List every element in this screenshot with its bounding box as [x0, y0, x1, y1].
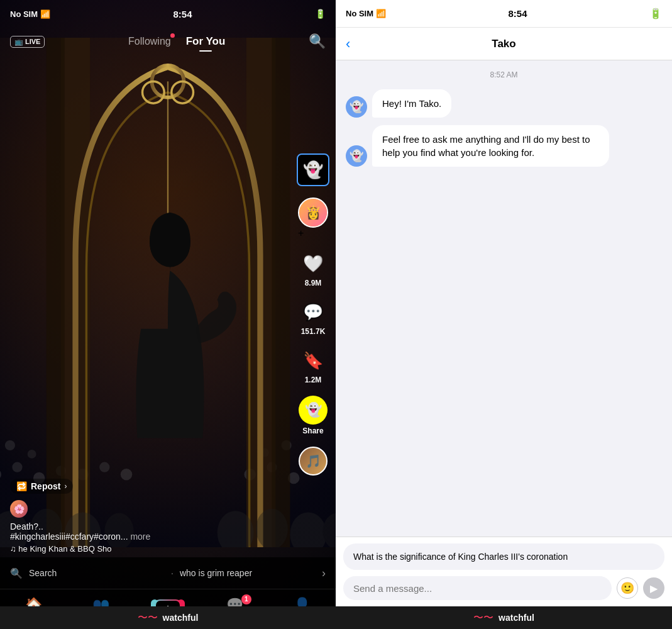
- watchful-text-left: watchful: [163, 613, 199, 623]
- inbox-badge: 1: [241, 594, 251, 604]
- chat-header: ‹ Tako: [336, 28, 672, 60]
- music-text: ♫ he King Khan & BBQ Sho: [10, 544, 112, 554]
- caption: Death?.. #kingcharlesiii#ccfary#coron...…: [10, 521, 292, 542]
- right-panel: No SIM 📶 8:54 🔋 ‹ Tako 8:52 AM 👻 Hey! I'…: [336, 0, 672, 629]
- svg-point-2: [12, 462, 22, 472]
- carrier-signal-right: No SIM 📶: [346, 9, 386, 18]
- input-row: 🙂 ▶: [343, 576, 664, 600]
- comment-icon: 💬: [300, 299, 326, 325]
- watchful-footer-right: 〜〜 watchful: [336, 606, 672, 629]
- bookmark-button[interactable]: 🔖 1.2M: [300, 347, 326, 384]
- comment-count: 151.7K: [301, 327, 326, 336]
- send-icon: ▶: [650, 582, 658, 594]
- nav-bar: 📺 LIVE Following For You 🔍: [0, 28, 336, 55]
- like-button[interactable]: 🤍 8.9M: [300, 250, 326, 287]
- chat-body: 8:52 AM 👻 Hey! I'm Tako. 👻 Feel free to …: [336, 60, 672, 537]
- author-avatar: 🌸: [10, 500, 28, 518]
- tab-for-you[interactable]: For You: [186, 35, 226, 48]
- right-actions: 👻 👸 + 🤍 8.9M 💬 151.7K 🔖 1.2M 👻: [297, 153, 329, 476]
- svg-point-6: [99, 462, 109, 472]
- emoji-button[interactable]: 🙂: [617, 577, 638, 599]
- repost-label: Repost: [31, 481, 60, 491]
- caption-more[interactable]: more: [130, 532, 150, 542]
- heart-icon: 🤍: [300, 250, 326, 277]
- music-line: ♫ he King Khan & BBQ Sho: [10, 544, 292, 554]
- tako-avatar-button[interactable]: 👻: [297, 153, 329, 186]
- carrier-text-left: No SIM: [10, 9, 38, 19]
- search-bar[interactable]: 🔍 Search · who is grim reaper ›: [0, 557, 336, 589]
- tab-following[interactable]: Following: [128, 36, 171, 47]
- search-query: who is grim reaper: [180, 568, 316, 578]
- time-left: 8:54: [174, 9, 192, 19]
- snapchat-icon: 👻: [299, 396, 328, 425]
- like-count: 8.9M: [305, 279, 322, 287]
- search-arrow: ›: [322, 567, 326, 580]
- repost-icon: 🔁: [16, 481, 27, 491]
- suggestion-text: What is the significance of King Charles…: [353, 552, 568, 562]
- message-timestamp: 8:52 AM: [346, 70, 662, 79]
- caption-text: Death?..: [10, 521, 43, 532]
- comment-button[interactable]: 💬 151.7K: [300, 299, 326, 336]
- carrier-signal-left: No SIM 📶: [10, 9, 50, 19]
- chat-title: Tako: [492, 38, 515, 50]
- search-dot: ·: [171, 568, 174, 578]
- search-icon-button[interactable]: 🔍: [309, 33, 326, 50]
- message-row-2: 👻 Feel free to ask me anything and I'll …: [346, 125, 662, 167]
- message-row-1: 👻 Hey! I'm Tako.: [346, 89, 662, 118]
- watchful-footer-left: 〜〜 watchful: [0, 606, 336, 629]
- battery-icon-left: 🔋: [315, 9, 326, 19]
- chat-input-area: What is the significance of King Charles…: [336, 537, 672, 606]
- status-icons-left: 🔋: [315, 9, 326, 19]
- battery-icon-right: 🔋: [649, 8, 662, 19]
- live-label: LIVE: [25, 38, 40, 45]
- suggestion-chip[interactable]: What is the significance of King Charles…: [343, 543, 664, 570]
- tab-group: Following For You: [128, 35, 225, 48]
- message-input[interactable]: [343, 576, 612, 600]
- creator-follow-area: 👸 +: [298, 198, 328, 239]
- svg-rect-20: [272, 38, 290, 547]
- bottom-content: 🔁 Repost › 🌸 Death?.. #kingcharlesiii#cc…: [10, 479, 292, 554]
- status-bar-right: No SIM 📶 8:54 🔋: [336, 0, 672, 28]
- tv-icon: 📺: [14, 38, 23, 46]
- repost-chevron: ›: [64, 482, 67, 491]
- time-right: 8:54: [509, 8, 527, 19]
- watchful-logo-left: 〜〜: [138, 611, 158, 625]
- send-button[interactable]: ▶: [643, 577, 664, 599]
- svg-point-12: [5, 440, 15, 450]
- bookmark-count: 1.2M: [305, 376, 322, 384]
- live-button[interactable]: 📺 LIVE: [10, 36, 45, 48]
- back-button[interactable]: ‹: [346, 36, 350, 52]
- search-label: Search: [29, 568, 165, 578]
- follow-button[interactable]: +: [298, 228, 328, 239]
- watchful-label-right: watchful: [498, 613, 534, 623]
- message-text-1: Hey! I'm Tako.: [382, 98, 441, 109]
- search-icon: 🔍: [10, 567, 23, 579]
- author-line: 🌸: [10, 500, 292, 518]
- message-bubble-1: Hey! I'm Tako.: [372, 89, 451, 118]
- status-icons-right: 🔋: [649, 8, 662, 19]
- wifi-icon-left: 📶: [40, 9, 50, 19]
- wifi-icon-right: 📶: [376, 9, 386, 18]
- svg-rect-18: [47, 38, 65, 547]
- creator-avatar[interactable]: 👸: [298, 198, 328, 228]
- message-bubble-2: Feel free to ask me anything and I'll do…: [372, 125, 609, 167]
- svg-point-13: [28, 450, 36, 459]
- tako-avatar-chat: 👻: [346, 96, 367, 118]
- left-panel: No SIM 📶 8:54 🔋 📺 LIVE Following For You…: [0, 0, 336, 629]
- status-bar-left: No SIM 📶 8:54 🔋: [0, 0, 336, 28]
- watchful-logo-icon: 〜〜: [473, 611, 493, 625]
- share-label: Share: [302, 426, 323, 435]
- gothic-scene: [0, 38, 336, 547]
- carrier-text-right: No SIM: [346, 9, 373, 18]
- caption-hashtags: #kingcharlesiii#ccfary#coron...: [10, 532, 128, 542]
- repost-button[interactable]: 🔁 Repost ›: [10, 479, 73, 494]
- music-avatar[interactable]: 🎵: [299, 447, 328, 476]
- bookmark-icon: 🔖: [300, 347, 326, 374]
- notification-dot: [170, 33, 175, 38]
- message-text-2: Feel free to ask me anything and I'll do…: [382, 134, 590, 158]
- share-button[interactable]: 👻 Share: [299, 396, 328, 435]
- tako-avatar-chat-2: 👻: [346, 145, 367, 167]
